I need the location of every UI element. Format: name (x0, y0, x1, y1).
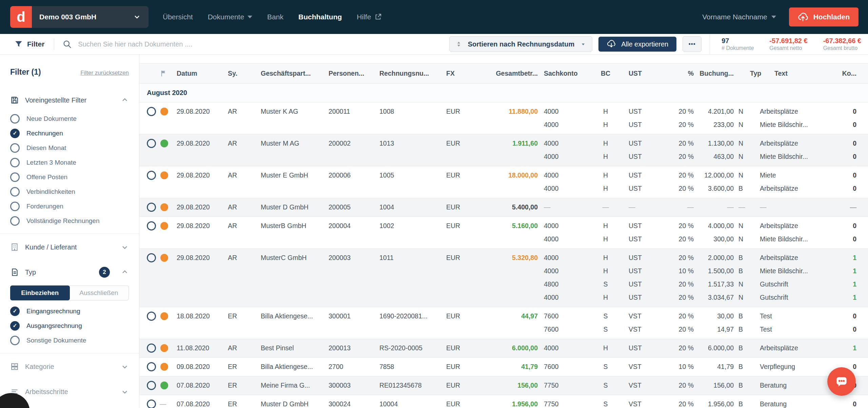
col-buchung[interactable]: Buchung... (694, 67, 734, 80)
col-fx[interactable]: FX (443, 67, 475, 80)
col-ust[interactable]: UST (619, 67, 650, 80)
chevron-up-icon (121, 96, 129, 104)
preset-filter-2[interactable]: Diesen Monat (0, 141, 139, 155)
col-personenkonto[interactable]: Personen... (326, 67, 377, 80)
radio-circle-icon[interactable] (10, 336, 20, 345)
preset-filter-6[interactable]: Forderungen (0, 199, 139, 214)
cell-bc: H (592, 182, 619, 195)
row-select-radio[interactable] (147, 400, 156, 408)
cell-typ: N (734, 278, 754, 291)
table-row[interactable]: 29.08.2020ARMuster D GmbH2000051004EUR5.… (139, 198, 868, 217)
row-status-cell: — (160, 397, 177, 408)
preset-filter-0[interactable]: Neue Dokumente (0, 111, 139, 126)
cell-ko: 1 (824, 278, 859, 291)
typ-option-2[interactable]: Sonstige Dokumente (0, 333, 139, 348)
section-preset-filters[interactable]: Voreingestellte Filter (0, 92, 139, 108)
cell-geschaeftspartner: Muster M AG (258, 137, 326, 150)
radio-circle-icon[interactable] (10, 158, 20, 167)
cell-typ: B (734, 360, 754, 373)
flag-icon[interactable] (160, 70, 177, 77)
nav-item-dokumente[interactable]: Dokumente (208, 13, 252, 21)
row-select-radio[interactable] (147, 107, 156, 116)
stat-label: Gesamt brutto (823, 45, 861, 52)
typ-option-0[interactable]: ✓Eingangsrechnung (0, 304, 139, 318)
radio-circle-icon[interactable] (10, 216, 20, 226)
cell-buchung: 1.517,33 (694, 278, 734, 291)
table-row[interactable]: 29.08.2020ARMuster K AG2000111008EUR11.8… (139, 103, 868, 134)
col-typ[interactable]: Typ (734, 67, 771, 80)
cell-sachkonto: 4000 (538, 169, 592, 182)
checked-circle-icon[interactable]: ✓ (10, 307, 20, 316)
cell-ust: UST (619, 219, 650, 233)
cell-ust: UST (619, 233, 650, 246)
col-text[interactable]: Text (771, 67, 824, 80)
col-rechnungsnummer[interactable]: Rechnungsnu... (377, 67, 443, 80)
col-prozent[interactable]: % (650, 67, 694, 80)
filter-reset-link[interactable]: Filter zurücksetzen (80, 70, 129, 76)
row-select-radio[interactable] (147, 171, 156, 180)
preset-filter-4[interactable]: Offene Posten (0, 170, 139, 184)
preset-filter-3[interactable]: Letzten 3 Monate (0, 155, 139, 170)
row-select-radio[interactable] (147, 139, 156, 148)
export-all-button[interactable]: Alle exportieren (598, 37, 676, 52)
nav-item-label: Dokumente (208, 13, 244, 21)
preset-filter-1[interactable]: ✓Rechnungen (0, 126, 139, 141)
typ-option-1[interactable]: ✓Ausgangsrechnung (0, 318, 139, 333)
booking-lines: 7600SVST20 %30,00BTest07600SVST20 %14,97… (538, 310, 859, 336)
preset-filter-5[interactable]: Verbindlichkeiten (0, 184, 139, 199)
filter-toggle-button[interactable]: Filter (14, 40, 44, 49)
col-sy[interactable]: Sy. (226, 67, 258, 80)
row-select-radio[interactable] (147, 221, 156, 230)
table-row[interactable]: —07.08.2020ERMuster D GmbH30002410004EUR… (139, 395, 868, 408)
nav-item-hilfe[interactable]: Hilfe (357, 13, 382, 21)
row-select-radio[interactable] (147, 253, 156, 262)
table-row[interactable]: 29.08.2020ARMuster E GmbH2000061005EUR18… (139, 166, 868, 198)
col-sachkonto[interactable]: Sachkonto (538, 67, 592, 80)
upload-button[interactable]: Hochladen (789, 7, 859, 26)
section-kategorie[interactable]: Kategorie (0, 359, 139, 374)
table-row[interactable]: 29.08.2020ARMuster M AG2000021013EUR1.91… (139, 134, 868, 166)
stat-label: Gesamt netto (769, 45, 807, 52)
user-menu[interactable]: Vorname Nachname (702, 13, 776, 21)
company-selector[interactable]: d Demo 003 GmbH (10, 6, 149, 28)
exclude-toggle-button[interactable]: Ausschließen (69, 285, 129, 300)
table-row[interactable]: 29.08.2020ARMusterC GmbH2000031011EUR5.3… (139, 249, 868, 307)
include-toggle-button[interactable]: Einbeziehen (10, 285, 70, 300)
section-typ[interactable]: Typ 2 (0, 264, 139, 280)
checked-circle-icon[interactable]: ✓ (10, 129, 20, 138)
col-ko[interactable]: Ko... (824, 67, 859, 80)
table-row[interactable]: 11.08.2020ARBest Pinsel200013RS-2020-000… (139, 339, 868, 358)
row-select-radio[interactable] (147, 312, 156, 321)
radio-circle-icon[interactable] (10, 114, 20, 124)
checked-circle-icon[interactable]: ✓ (10, 321, 20, 331)
preset-filter-7[interactable]: Vollständige Rechnungen (0, 214, 139, 228)
chat-launcher-button[interactable] (827, 367, 856, 396)
col-geschaeftspartner[interactable]: Geschäftspart... (258, 67, 326, 80)
row-select-radio[interactable] (147, 381, 156, 390)
chevron-down-icon (248, 16, 252, 18)
cell-geschaeftspartner: Muster K AG (258, 105, 326, 118)
row-select-radio[interactable] (147, 344, 156, 353)
cell-sachkonto: 4000 (538, 137, 592, 150)
more-actions-button[interactable]: ••• (683, 36, 702, 52)
nav-item-buchhaltung[interactable]: Buchhaltung (298, 13, 342, 21)
table-row[interactable]: 18.08.2020ERBilla Aktiengese...300001169… (139, 307, 868, 339)
table-row[interactable]: 09.08.2020ERBilla Aktiengese...27007858E… (139, 358, 868, 376)
radio-circle-icon[interactable] (10, 187, 20, 197)
radio-circle-icon[interactable] (10, 172, 20, 182)
table-row[interactable]: 29.08.2020ARMusterB GmbH2000041002EUR5.1… (139, 217, 868, 249)
col-gesamtbetrag[interactable]: Gesamtbetr... (475, 67, 538, 80)
row-select-radio[interactable] (147, 203, 156, 212)
sort-dropdown[interactable]: Sortieren nach Rechnungsdatum (449, 36, 593, 52)
section-kunde-lieferant[interactable]: Kunde / Lieferant (0, 239, 139, 255)
col-bc[interactable]: BC (592, 67, 619, 80)
nav-item-bank[interactable]: Bank (267, 13, 283, 21)
search-input[interactable] (77, 40, 289, 49)
cell-ko: 1 (824, 291, 859, 304)
nav-item-übersicht[interactable]: Übersicht (163, 13, 193, 21)
table-row[interactable]: 07.08.2020ERMeine Firma G...300003RE0123… (139, 376, 868, 395)
radio-circle-icon[interactable] (10, 202, 20, 211)
row-select-radio[interactable] (147, 362, 156, 371)
col-datum[interactable]: Datum (177, 67, 226, 80)
radio-circle-icon[interactable] (10, 143, 20, 153)
